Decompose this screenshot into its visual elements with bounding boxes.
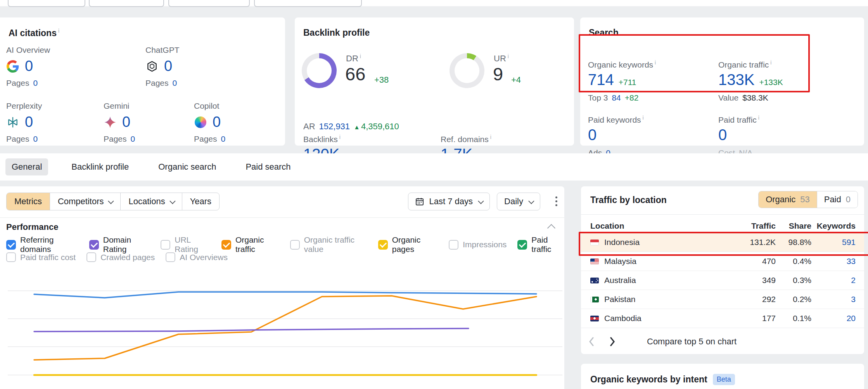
compare-top5-label: Compare top 5 on chart — [647, 337, 737, 347]
chart-line-referring-domains — [34, 292, 536, 298]
paid-keywords-value-link[interactable]: 0 — [588, 126, 597, 144]
filter-segment-competitors[interactable]: Competitors — [50, 193, 121, 210]
info-icon[interactable]: i — [770, 59, 771, 66]
metric-checkbox[interactable]: Paid traffic cost — [6, 252, 76, 262]
metric-checkbox-row-2: Paid traffic cost Crawled pages AI Overv… — [6, 252, 228, 262]
tab-backlink-profile[interactable]: Backlink profile — [65, 158, 135, 175]
filter-segment-years[interactable]: Years — [182, 193, 219, 210]
info-icon[interactable]: i — [360, 53, 361, 59]
tab-general[interactable]: General — [5, 158, 48, 175]
granularity-button[interactable]: Daily — [497, 193, 540, 210]
keywords-count-link[interactable]: 33 — [811, 257, 856, 266]
traffic-by-location-panel: Traffic by location Organic53 Paid0 Loca… — [581, 186, 864, 354]
checkbox-box — [89, 240, 99, 250]
pages-value-link[interactable]: 0 — [33, 134, 38, 144]
keywords-count-link[interactable]: 2 — [811, 276, 856, 285]
metric-checkbox[interactable]: Paid traffic — [517, 235, 564, 254]
keywords-count-link[interactable]: 591 — [811, 238, 856, 247]
chevron-down-icon — [169, 198, 176, 204]
pages-value-link[interactable]: 0 — [221, 134, 226, 144]
info-icon[interactable]: i — [643, 115, 644, 121]
organic-keywords-value-link[interactable]: 714 — [588, 71, 614, 89]
toolbar-input-2[interactable] — [89, 0, 164, 7]
table-row[interactable]: Indonesia 131.2K 98.8% 591 — [581, 233, 864, 252]
table-row[interactable]: Australia 349 0.3% 2 — [581, 271, 864, 290]
metric-checkbox[interactable]: Domain Rating — [89, 235, 150, 254]
pages-value-link[interactable]: 0 — [131, 134, 135, 144]
chart-line-domain-rating — [34, 328, 469, 332]
checkbox-box — [517, 240, 527, 250]
ai-citations-panel: AI citationsi AI Overview 0 Pages 0 Chat… — [0, 17, 285, 146]
ai-citation-value-link[interactable]: 0 — [122, 114, 130, 130]
collapse-section-button[interactable] — [547, 224, 555, 232]
organic-traffic-metric: Organic traffici 133K +133K Value$38.3K — [718, 59, 783, 102]
tab-paid-search[interactable]: Paid search — [239, 158, 297, 175]
malaysia-flag-icon — [590, 259, 599, 264]
info-icon[interactable]: i — [339, 134, 341, 140]
info-icon[interactable]: i — [655, 59, 656, 66]
keywords-count-link[interactable]: 20 — [811, 314, 856, 323]
toggle-paid[interactable]: Paid0 — [817, 191, 858, 208]
beta-badge: Beta — [713, 374, 735, 385]
ai-citation-value-link[interactable]: 0 — [213, 114, 221, 130]
pages-value-link[interactable]: 0 — [173, 78, 177, 88]
domain-rating-donut — [302, 53, 337, 88]
keywords-count-link[interactable]: 3 — [811, 295, 856, 304]
table-row[interactable]: Malaysia 470 0.4% 33 — [581, 252, 864, 271]
chevron-down-icon — [528, 198, 534, 204]
date-range-button[interactable]: Last 7 days — [408, 193, 490, 210]
metric-checkbox[interactable]: Organic traffic value — [290, 235, 367, 254]
prev-page-button[interactable] — [581, 331, 602, 353]
checkbox-box — [378, 240, 388, 250]
checkbox-box — [290, 240, 300, 250]
performance-line-chart — [8, 268, 562, 389]
australia-flag-icon — [590, 278, 599, 283]
ar-value-link[interactable]: 152,931 — [319, 122, 350, 132]
metric-checkbox[interactable]: Crawled pages — [86, 252, 155, 262]
metric-checkbox[interactable]: Organic traffic — [221, 235, 279, 254]
filter-segment-metrics[interactable]: Metrics — [7, 193, 50, 210]
metric-checkbox[interactable]: Referring domains — [6, 235, 78, 254]
ai-citation-value-link[interactable]: 0 — [25, 58, 33, 75]
toggle-organic[interactable]: Organic53 — [759, 191, 817, 208]
info-icon[interactable]: i — [58, 28, 59, 34]
dr-delta: +38 — [374, 75, 389, 85]
pages-value-link[interactable]: 0 — [33, 78, 38, 88]
search-panel: Search Organic keywordsi 714 +711 Top 3 … — [580, 17, 864, 146]
filter-segment-locations[interactable]: Locations — [121, 193, 182, 210]
panel-title: Traffic by location — [590, 195, 667, 205]
checkbox-box — [6, 252, 16, 262]
toolbar-input-4[interactable] — [254, 0, 362, 7]
paid-traffic-value-link[interactable]: 0 — [718, 126, 727, 144]
perplexity-icon — [6, 116, 19, 129]
toolbar-input-1[interactable] — [8, 0, 85, 7]
toolbar-input-3[interactable] — [168, 0, 250, 7]
organic-keywords-metric: Organic keywordsi 714 +711 Top 3 84 +82 — [588, 59, 656, 102]
ai-citation-item: ChatGPT 0 Pages 0 — [145, 45, 180, 88]
metric-checkbox[interactable]: AI Overviews — [166, 252, 228, 262]
info-icon[interactable]: i — [508, 53, 509, 59]
metric-checkbox[interactable]: URL Rating — [161, 235, 211, 254]
table-row[interactable]: Pakistan 292 0.2% 3 — [581, 290, 864, 309]
ai-citation-value-link[interactable]: 0 — [164, 58, 172, 75]
metric-checkbox[interactable]: Organic pages — [378, 235, 438, 254]
organic-traffic-value-link[interactable]: 133K — [718, 71, 754, 89]
next-page-button[interactable] — [602, 331, 623, 353]
top3-value-link[interactable]: 84 — [612, 93, 621, 102]
metric-checkbox-row-1: Referring domains Domain Rating URL Rati… — [6, 235, 564, 254]
cambodia-flag-icon — [590, 316, 599, 321]
more-options-button[interactable] — [555, 196, 557, 206]
indonesia-flag-icon — [590, 240, 599, 245]
location-pagination: Compare top 5 on chart — [581, 331, 864, 353]
checkbox-box — [449, 240, 458, 250]
overview-main-panel: MetricsCompetitorsLocationsYears Last 7 … — [0, 186, 564, 389]
table-row[interactable]: Cambodia 177 0.1% 20 — [581, 309, 864, 328]
tab-organic-search[interactable]: Organic search — [152, 158, 222, 175]
info-icon[interactable]: i — [758, 115, 759, 121]
info-icon[interactable]: i — [490, 134, 491, 140]
ai-citation-value-link[interactable]: 0 — [25, 114, 33, 130]
checkbox-box — [166, 252, 175, 262]
metric-checkbox[interactable]: Impressions — [449, 240, 507, 250]
paid-traffic-metric: Paid traffici 0 CostN/A — [718, 115, 759, 158]
dashboard: AI citationsi AI Overview 0 Pages 0 Chat… — [0, 0, 868, 389]
